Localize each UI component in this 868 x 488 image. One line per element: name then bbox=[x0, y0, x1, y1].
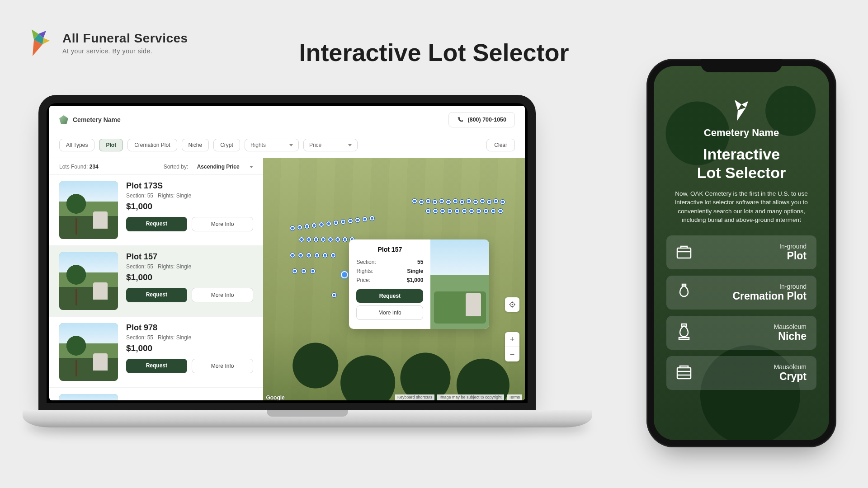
popup-title: Plot 157 bbox=[356, 246, 423, 253]
lot-title: Plot 173S bbox=[126, 181, 253, 191]
category-title: Cremation Plot bbox=[732, 290, 807, 302]
site-name-text: Cemetery Name bbox=[73, 116, 121, 123]
mobile-description: Now, OAK Cemetery is the first in the U.… bbox=[669, 189, 814, 225]
svg-marker-7 bbox=[735, 100, 741, 110]
terms-link[interactable]: Terms bbox=[507, 394, 523, 400]
category-card-niche[interactable]: MausoleumNiche bbox=[666, 316, 816, 350]
zoom-in-button[interactable]: + bbox=[505, 332, 519, 347]
category-subtitle: Mausoleum bbox=[774, 363, 807, 371]
svg-marker-2 bbox=[42, 38, 50, 44]
lot-meta: Section: 55 Rights: Single bbox=[126, 192, 253, 199]
filter-chip-cremation-plot[interactable]: Cremation Plot bbox=[127, 139, 177, 151]
lot-title: Plot 157 bbox=[126, 252, 253, 262]
crosshair-icon bbox=[509, 301, 516, 308]
svg-marker-8 bbox=[741, 101, 748, 108]
phone-mockup: Cemetery Name InteractiveLot Selector No… bbox=[646, 59, 836, 447]
brand-header: All Funeral Services At your service. By… bbox=[23, 27, 188, 59]
mobile-heading: InteractiveLot Selector bbox=[666, 145, 816, 182]
app-header: Cemetery Name (800) 700-1050 bbox=[49, 106, 525, 134]
list-item[interactable]: Plot 173S Section: 55 Rights: Single $1,… bbox=[49, 174, 263, 245]
request-button[interactable]: Request bbox=[126, 359, 187, 373]
lot-title: Plot 978 bbox=[126, 323, 253, 333]
map-view[interactable]: Plot 157 Section:55 Rights:Single Price:… bbox=[263, 158, 525, 400]
filter-row: All TypesPlotCremation PlotNicheCrypt Ri… bbox=[49, 134, 525, 158]
zoom-control: + − bbox=[505, 332, 519, 361]
sort-dropdown[interactable]: Sorted by: Ascending Price bbox=[164, 164, 254, 170]
page-heading: Interactive Lot Selector bbox=[299, 38, 569, 66]
site-name[interactable]: Cemetery Name bbox=[59, 115, 121, 124]
list-item[interactable]: Plot 978 Section: 55 Rights: Single $1,0… bbox=[49, 316, 263, 387]
list-item[interactable]: Plot 157 Section: 55 Rights: Single $1,0… bbox=[49, 245, 263, 316]
category-subtitle: In-ground bbox=[732, 283, 807, 290]
svg-point-6 bbox=[512, 304, 513, 305]
phone-icon bbox=[457, 117, 463, 123]
filter-chip-niche[interactable]: Niche bbox=[182, 139, 209, 151]
category-title: Crypt bbox=[774, 371, 807, 383]
category-subtitle: Mausoleum bbox=[774, 323, 807, 330]
request-button[interactable]: Request bbox=[126, 217, 187, 231]
list-item[interactable] bbox=[49, 387, 263, 400]
zoom-out-button[interactable]: − bbox=[505, 347, 519, 361]
phone-number: (800) 700-1050 bbox=[468, 117, 506, 123]
imagery-notice: Image may be subject to copyright bbox=[437, 394, 504, 400]
lot-price: $1,000 bbox=[126, 202, 253, 211]
filter-chip-plot[interactable]: Plot bbox=[99, 139, 123, 151]
category-title: Plot bbox=[779, 250, 807, 262]
map-popup: Plot 157 Section:55 Rights:Single Price:… bbox=[349, 239, 489, 329]
request-button[interactable]: Request bbox=[126, 288, 187, 302]
lot-thumbnail bbox=[59, 323, 118, 381]
svg-marker-9 bbox=[737, 108, 746, 121]
popup-moreinfo-button[interactable]: More Info bbox=[356, 305, 423, 320]
price-dropdown[interactable]: Price bbox=[303, 139, 358, 151]
keyboard-shortcuts-link[interactable]: Keyboard shortcuts bbox=[395, 394, 435, 400]
brand-title: All Funeral Services bbox=[62, 31, 188, 46]
rights-dropdown[interactable]: Rights bbox=[245, 139, 299, 151]
more-info-button[interactable]: More Info bbox=[192, 288, 254, 302]
site-logo-icon bbox=[59, 115, 68, 124]
lot-thumbnail bbox=[59, 252, 118, 310]
category-icon bbox=[675, 283, 693, 302]
locate-button[interactable] bbox=[505, 297, 519, 312]
results-list: Lots Found: 234 Sorted by: Ascending Pri… bbox=[49, 158, 263, 400]
lot-price: $1,000 bbox=[126, 343, 253, 353]
lot-price: $1,000 bbox=[126, 272, 253, 282]
category-icon bbox=[675, 323, 693, 342]
chevron-down-icon bbox=[289, 144, 293, 146]
more-info-button[interactable]: More Info bbox=[192, 359, 254, 373]
mobile-logo-icon bbox=[728, 98, 755, 122]
google-logo: Google bbox=[266, 394, 284, 400]
brand-logo-icon bbox=[23, 27, 54, 59]
filter-chip-crypt[interactable]: Crypt bbox=[213, 139, 240, 151]
category-title: Niche bbox=[774, 330, 807, 343]
chevron-down-icon bbox=[250, 166, 253, 168]
more-info-button[interactable]: More Info bbox=[192, 217, 254, 231]
results-count: Lots Found: 234 bbox=[59, 164, 99, 170]
laptop-mockup: Cemetery Name (800) 700-1050 All TypesPl… bbox=[23, 95, 552, 427]
category-card-crypt[interactable]: MausoleumCrypt bbox=[666, 356, 816, 390]
popup-request-button[interactable]: Request bbox=[356, 289, 423, 303]
category-subtitle: In-ground bbox=[779, 243, 807, 250]
brand-tagline: At your service. By your side. bbox=[62, 47, 188, 55]
svg-rect-10 bbox=[677, 248, 691, 258]
lot-thumbnail bbox=[59, 394, 118, 400]
lot-meta: Section: 55 Rights: Single bbox=[126, 263, 253, 270]
svg-rect-13 bbox=[679, 338, 689, 339]
lot-meta: Section: 55 Rights: Single bbox=[126, 334, 253, 341]
chevron-down-icon bbox=[348, 144, 352, 146]
phone-button[interactable]: (800) 700-1050 bbox=[448, 112, 515, 127]
category-card-cremation-plot[interactable]: In-groundCremation Plot bbox=[666, 276, 816, 310]
map-attribution: Google Keyboard shortcuts Image may be s… bbox=[263, 393, 525, 400]
popup-thumbnail bbox=[430, 239, 489, 329]
category-icon bbox=[675, 363, 693, 382]
mobile-site-name: Cemetery Name bbox=[666, 127, 816, 139]
category-card-plot[interactable]: In-groundPlot bbox=[666, 235, 816, 269]
lot-thumbnail bbox=[59, 181, 118, 239]
clear-button[interactable]: Clear bbox=[486, 139, 515, 151]
svg-rect-14 bbox=[677, 368, 691, 379]
category-icon bbox=[675, 243, 693, 262]
filter-chip-all-types[interactable]: All Types bbox=[59, 139, 94, 151]
